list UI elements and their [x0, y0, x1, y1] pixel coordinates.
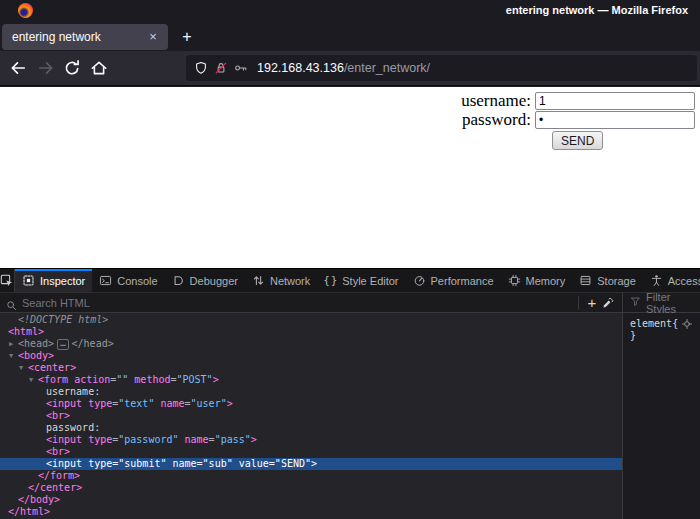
devtools-tab-performance[interactable]: Performance — [406, 269, 501, 292]
markup-row[interactable]: <!DOCTYPE html> — [0, 314, 622, 326]
tab-title: entering network — [12, 30, 144, 44]
filter-styles-placeholder: Filter Styles — [646, 291, 693, 315]
devtools-toolbar: InspectorConsoleDebuggerNetwork{}Style E… — [0, 269, 700, 293]
markup-row[interactable]: </center> — [0, 482, 622, 494]
tab-close-icon[interactable]: × — [144, 28, 162, 46]
add-node-button[interactable]: + — [584, 295, 600, 311]
markup-view: <!DOCTYPE html><html>▶<head>…</head>▼<bo… — [0, 313, 622, 519]
accessibility-icon — [650, 274, 663, 287]
rule-open-brace: { — [672, 318, 678, 329]
filter-styles-bar[interactable]: Filter Styles — [622, 293, 700, 313]
password-row: password: — [462, 110, 695, 129]
collapsed-content-badge[interactable]: … — [57, 339, 68, 350]
tab-bar: entering network × + — [0, 22, 700, 51]
markup-row[interactable]: <br> — [0, 446, 622, 458]
url-bar[interactable]: 192.168.43.136/enter_network/ — [186, 55, 697, 81]
twisty-collapsed-icon[interactable]: ▶ — [9, 338, 13, 350]
style-editor-icon: {} — [324, 274, 337, 287]
markup-row[interactable]: <html> — [0, 326, 622, 338]
home-button[interactable] — [90, 59, 108, 77]
filter-icon — [630, 296, 641, 309]
devtools-tab-storage[interactable]: Storage — [572, 269, 643, 292]
password-field[interactable] — [535, 111, 695, 129]
markup-row[interactable]: </html> — [0, 506, 622, 518]
devtools-tab-label: Debugger — [190, 275, 238, 287]
markup-row[interactable]: ▶<head>…</head> — [0, 338, 622, 350]
navigation-bar: 192.168.43.136/enter_network/ — [0, 51, 700, 86]
markup-row[interactable]: ▼<center> — [0, 362, 622, 374]
markup-row[interactable]: ▼<body> — [0, 350, 622, 362]
devtools-tab-label: Performance — [431, 275, 494, 287]
markup-row[interactable]: <input type="text" name="user"> — [0, 398, 622, 410]
page-content: username: password: SEND — [0, 87, 700, 268]
devtools-panel: InspectorConsoleDebuggerNetwork{}Style E… — [0, 268, 700, 519]
window-title: entering network — Mozilla Firefox — [506, 4, 688, 16]
rule-close-brace: } — [630, 330, 693, 341]
devtools-tab-label: Style Editor — [342, 275, 398, 287]
twisty-expanded-icon[interactable]: ▼ — [9, 350, 13, 362]
memory-icon — [508, 274, 521, 287]
markup-row[interactable]: <input type="password" name="pass"> — [0, 434, 622, 446]
devtools-tab-label: Console — [117, 275, 157, 287]
element-rule: element { — [630, 317, 693, 330]
markup-search-row: + — [0, 293, 622, 313]
devtools-tab-label: Accessibility — [668, 275, 700, 287]
highlight-selector-icon[interactable] — [681, 318, 693, 330]
devtools-tab-debugger[interactable]: Debugger — [165, 269, 245, 292]
network-icon — [252, 274, 265, 287]
search-icon — [6, 297, 17, 308]
devtools-tab-label: Network — [270, 275, 310, 287]
devtools-tab-console[interactable]: Console — [92, 269, 164, 292]
console-icon — [99, 274, 112, 287]
saved-login-key-icon[interactable] — [234, 61, 248, 75]
devtools-tab-style-editor[interactable]: {}Style Editor — [317, 269, 405, 292]
url-text: 192.168.43.136/enter_network/ — [257, 61, 430, 75]
debugger-icon — [172, 274, 185, 287]
send-button[interactable]: SEND — [552, 131, 603, 150]
devtools-tab-label: Inspector — [40, 275, 85, 287]
devtools-tab-accessibility[interactable]: Accessibility — [643, 269, 700, 292]
markup-row[interactable]: </body> — [0, 494, 622, 506]
eyedropper-button[interactable] — [600, 295, 616, 311]
markup-row-selected[interactable]: <input type="submit" name="sub" value="S… — [0, 458, 622, 470]
devtools-tab-memory[interactable]: Memory — [501, 269, 573, 292]
password-label: password: — [462, 110, 531, 130]
markup-row[interactable]: </form> — [0, 470, 622, 482]
twisty-expanded-icon[interactable]: ▼ — [29, 374, 33, 386]
username-field[interactable] — [535, 92, 695, 110]
performance-icon — [413, 274, 426, 287]
search-html-input[interactable] — [22, 297, 573, 309]
titlebar: entering network — Mozilla Firefox — [0, 0, 700, 22]
username-row: username: — [461, 91, 695, 110]
username-label: username: — [461, 91, 531, 111]
inspector-icon — [22, 274, 35, 287]
firefox-logo-icon — [18, 3, 33, 18]
rule-selector[interactable]: element — [630, 318, 672, 329]
url-path: /enter_network/ — [344, 61, 430, 75]
twisty-expanded-icon[interactable]: ▼ — [19, 362, 23, 374]
insecure-lock-icon[interactable] — [214, 61, 228, 75]
firefox-window: entering network — Mozilla Firefox enter… — [0, 0, 700, 519]
devtools-tab-label: Storage — [597, 275, 636, 287]
url-host: 192.168.43.136 — [257, 61, 344, 75]
devtools-tab-label: Memory — [526, 275, 566, 287]
markup-row[interactable]: username: — [0, 386, 622, 398]
devtools-tab-inspector[interactable]: Inspector — [15, 269, 92, 292]
browser-tab[interactable]: entering network × — [2, 24, 168, 50]
markup-row[interactable]: ▼<form action="" method="POST"> — [0, 374, 622, 386]
tracking-shield-icon[interactable] — [194, 61, 208, 75]
devtools-tab-network[interactable]: Network — [245, 269, 317, 292]
element-picker-button[interactable] — [0, 269, 15, 292]
storage-icon — [579, 274, 592, 287]
search-row-divider — [578, 296, 579, 310]
markup-row[interactable]: password: — [0, 422, 622, 434]
new-tab-button[interactable]: + — [176, 26, 198, 48]
rules-view: element { } — [622, 313, 700, 519]
forward-button[interactable] — [37, 59, 55, 77]
back-button[interactable] — [9, 59, 27, 77]
reload-button[interactable] — [63, 59, 81, 77]
markup-row[interactable]: <br> — [0, 410, 622, 422]
